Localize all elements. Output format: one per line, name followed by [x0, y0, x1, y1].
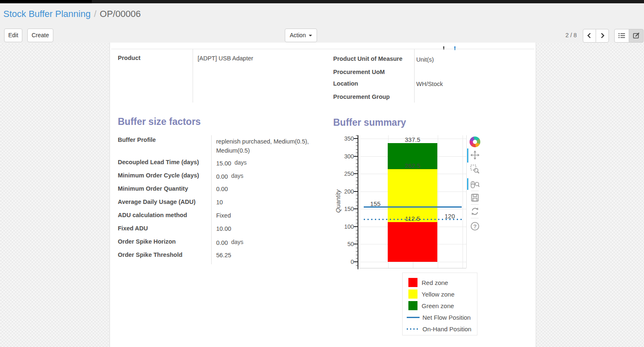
adu-value: 10	[216, 199, 223, 206]
bokeh-logo-icon[interactable]	[470, 136, 480, 147]
product-label: Product	[118, 55, 141, 61]
active-tool-indicator	[467, 178, 468, 190]
wheel-zoom-tool-icon[interactable]	[470, 180, 479, 189]
box-zoom-tool-icon[interactable]	[470, 165, 479, 174]
breadcrumb-separator: /	[94, 9, 96, 19]
order-spike-horizon-value: 0.00days	[216, 239, 243, 246]
buffer-profile-value-link[interactable]: replenish purchased, Medium(0.5), Medium…	[216, 137, 320, 155]
adu-label: Average Daily Usage (ADU)	[118, 199, 196, 205]
order-spike-horizon-label: Order Spike Horizon	[118, 238, 176, 245]
chevron-left-icon	[587, 32, 592, 39]
legend-swatch	[408, 290, 417, 299]
help-tool-icon[interactable]: ?	[470, 222, 479, 231]
procurement-uom-label: Procurement UoM	[333, 69, 385, 75]
reset-tool-icon[interactable]	[470, 207, 479, 216]
legend-item: Green zone	[403, 300, 477, 311]
top-dark-bar-segment	[0, 0, 92, 3]
clipped-text-fragment	[454, 46, 456, 50]
legend-swatch	[407, 317, 420, 318]
legend-swatch	[408, 278, 417, 287]
legend-label: On-Hand Position	[422, 325, 471, 333]
breadcrumb-parent-link[interactable]: Stock Buffer Planning	[3, 9, 91, 19]
legend-item: On-Hand Position	[403, 323, 477, 335]
y-axis-line	[358, 135, 358, 269]
unit-label: days	[234, 159, 247, 166]
legend-label: Yellow zone	[422, 291, 455, 298]
product-uom-label: Product Unit of Measure	[333, 55, 403, 62]
pager-next-button[interactable]	[596, 29, 609, 43]
fixed-adu-value: 10.00	[216, 225, 231, 232]
product-uom-value: Unit(s)	[416, 56, 434, 63]
annotation-yellow-top: 262.5	[396, 162, 429, 169]
legend-item: Net Flow Position	[403, 311, 477, 323]
legend-label: Net Flow Position	[422, 314, 471, 321]
legend-swatch	[407, 328, 420, 330]
plot-frame-right	[466, 135, 467, 268]
min-order-cycle-label: Minimum Order Cycle (days)	[118, 172, 199, 179]
section-title-buffer-size-factors: Buffer size factors	[118, 116, 201, 127]
decoupled-lead-time-label: Decoupled Lead Time (days)	[118, 159, 199, 165]
min-order-qty-label: Minimum Order Quantity	[118, 185, 188, 192]
legend-swatch	[408, 301, 417, 310]
unit-label: days	[231, 239, 243, 245]
active-tool-indicator	[467, 148, 468, 163]
row-divider	[111, 49, 534, 49]
list-view-icon	[618, 33, 625, 38]
action-dropdown-button[interactable]: Action	[285, 29, 317, 42]
location-value-link[interactable]: WH/Stock	[416, 81, 443, 87]
annotation-red-top: 112.5	[396, 215, 429, 222]
chevron-right-icon	[599, 32, 605, 39]
decoupled-lead-time-value: 15.00days	[216, 159, 247, 167]
min-order-qty-value: 0.00	[216, 186, 228, 192]
save-tool-icon[interactable]	[470, 193, 479, 202]
unit-label: days	[231, 172, 243, 179]
annotation-on-hand: 120	[438, 213, 461, 220]
top-dark-bar	[0, 0, 644, 3]
view-switcher-list-button[interactable]	[614, 29, 629, 43]
legend-item: Red zone	[403, 277, 477, 288]
pan-tool-icon[interactable]	[470, 151, 479, 160]
toolbar-separator	[471, 191, 479, 191]
legend-item: Yellow zone	[403, 288, 477, 300]
toolbar-separator	[471, 204, 479, 205]
product-value-link[interactable]: [ADPT] USB Adapter	[198, 55, 253, 62]
annotation-green-top: 337.5	[396, 136, 429, 143]
pager-prev-button[interactable]	[583, 29, 596, 43]
group-separator	[193, 49, 193, 103]
view-switcher-form-button[interactable]	[629, 29, 644, 43]
adu-method-label: ADU calculation method	[118, 212, 187, 218]
min-order-cycle-value: 0.00days	[216, 172, 243, 180]
buffer-profile-label: Buffer Profile	[118, 136, 156, 143]
procurement-group-label: Procurement Group	[333, 93, 390, 100]
location-label: Location	[333, 80, 358, 87]
order-spike-threshold-label: Order Spike Threshold	[118, 251, 182, 258]
fixed-adu-label: Fixed ADU	[118, 225, 148, 232]
y-axis-title: Quantity	[334, 183, 341, 220]
x-axis-line	[358, 268, 466, 268]
group-separator	[414, 49, 415, 103]
group-separator	[211, 135, 212, 264]
order-spike-threshold-value: 56.25	[216, 252, 231, 258]
chevron-down-icon	[309, 35, 312, 36]
breadcrumb: Stock Buffer Planning/OP/00006	[3, 9, 141, 19]
toolbar-separator	[471, 218, 479, 218]
edit-button[interactable]: Edit	[4, 29, 22, 42]
create-button[interactable]: Create	[27, 29, 53, 42]
svg-text:?: ?	[473, 223, 477, 230]
annotation-net-flow: 155	[364, 200, 387, 207]
legend-label: Green zone	[422, 302, 454, 309]
chart-legend: Red zoneYellow zoneGreen zoneNet Flow Po…	[402, 273, 477, 335]
pager-count: 2 / 8	[565, 32, 577, 38]
breadcrumb-current: OP/00006	[100, 9, 141, 19]
adu-method-value-link[interactable]: Fixed	[216, 212, 231, 219]
form-view-icon	[633, 32, 640, 39]
section-title-buffer-summary: Buffer summary	[333, 117, 406, 128]
legend-label: Red zone	[422, 279, 448, 286]
